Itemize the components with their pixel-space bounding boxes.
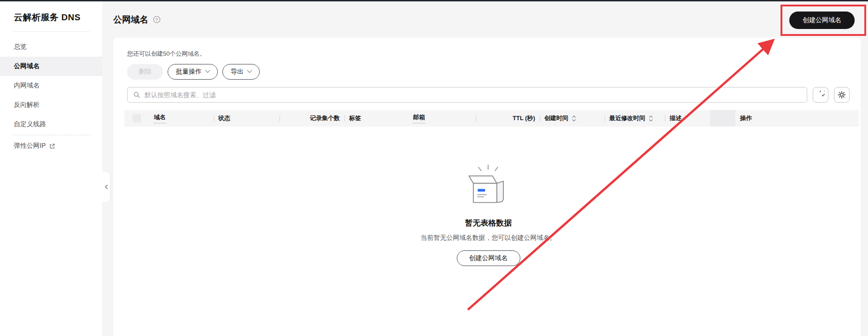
empty-box-icon [465,163,513,208]
sidebar-item-eip[interactable]: 弹性公网IP [0,136,102,156]
sidebar-item-label: 弹性公网IP [14,142,46,150]
refresh-button[interactable] [813,87,828,103]
export-dropdown[interactable]: 导出 [222,64,260,80]
sidebar-item-overview[interactable]: 总览 [0,37,102,57]
column-recordsets: 记录集个数 [280,110,344,127]
sort-arrows-icon[interactable] [648,115,653,122]
column-label: 创建时间 [544,114,568,122]
column-label: 邮箱 [413,113,425,123]
column-label: 记录集个数 [310,114,340,122]
service-title: 云解析服务 DNS [0,1,102,23]
fixed-column-divider [710,110,735,127]
sidebar-nav: 总览 公网域名 内网域名 反向解析 自定义线路 弹性公网IP [0,37,102,156]
svg-text:?: ? [156,17,158,22]
gear-icon [838,91,846,99]
column-label: TTL (秒) [513,114,535,122]
column-created-at[interactable]: 创建时间 [540,110,605,127]
table-settings-button[interactable] [834,87,850,103]
help-icon[interactable]: ? [153,16,161,23]
refresh-icon [816,91,825,99]
select-all-cell [124,110,149,127]
dashed-divider [13,135,90,135]
sidebar-collapse-handle[interactable] [102,172,110,202]
column-ttl: TTL (秒) [476,110,540,127]
sidebar-item-label: 公网域名 [14,62,40,70]
export-label: 导出 [231,68,244,76]
page-title: 公网域名 [113,14,148,26]
sidebar-item-ptr-records[interactable]: 反向解析 [0,95,102,115]
search-box[interactable] [127,87,807,103]
column-email[interactable]: 邮箱 [408,110,476,127]
column-updated-at[interactable]: 最近修改时间 [605,110,665,127]
sidebar-item-label: 总览 [14,43,27,51]
sidebar-item-public-zones[interactable]: 公网域名 [0,57,102,76]
empty-state: 暂无表格数据 当前暂无公网域名数据，您可以创建公网域名。 创建公网域名 [127,163,850,266]
magnifier-icon [133,91,140,98]
column-label: 操作 [740,114,752,122]
delete-button[interactable]: 删除 [127,64,163,80]
chevron-left-icon [104,184,109,190]
batch-operation-dropdown[interactable]: 批量操作 [168,64,218,80]
column-domain[interactable]: 域名 [149,110,214,127]
column-label: 描述 [670,114,682,122]
column-label: 域名 [154,113,166,123]
external-link-icon [49,143,55,149]
select-all-checkbox[interactable] [133,114,141,122]
sidebar-item-label: 反向解析 [14,101,40,109]
main-content: 公网域名 ? 创建公网域名 您还可以创建50个公网域名。 删除 批量操作 导出 [102,1,868,336]
empty-state-description: 当前暂无公网域名数据，您可以创建公网域名。 [421,234,556,242]
create-public-zone-button[interactable]: 创建公网域名 [789,12,855,29]
toolbar: 删除 批量操作 导出 [127,64,850,80]
sidebar: 云解析服务 DNS 总览 公网域名 内网域名 反向解析 自定义线路 弹性公网IP [0,1,102,336]
batch-operation-label: 批量操作 [176,68,202,76]
sort-arrows-icon[interactable] [571,115,577,122]
chevron-down-icon [247,68,252,73]
sidebar-item-label: 内网域名 [14,81,40,90]
chevron-down-icon [205,68,210,73]
column-status: 状态 [214,110,280,127]
page-header: 公网域名 ? 创建公网域名 [102,1,868,38]
column-label: 最近修改时间 [609,114,645,122]
empty-state-title: 暂无表格数据 [465,218,512,228]
table-header: 域名 状态 记录集个数 标签 邮箱 TTL (秒) 创建时间 [124,110,859,127]
column-label: 标签 [349,114,361,122]
sidebar-item-custom-lines[interactable]: 自定义线路 [0,115,102,134]
search-input[interactable] [145,91,801,98]
quota-text: 您还可以创建50个公网域名。 [127,38,850,58]
sidebar-item-label: 自定义线路 [14,120,46,128]
column-label: 状态 [218,114,230,122]
sidebar-item-private-zones[interactable]: 内网域名 [0,76,102,95]
search-row [127,87,850,103]
column-operation: 操作 [735,110,859,127]
content-card: 您还可以创建50个公网域名。 删除 批量操作 导出 [113,38,861,336]
column-description: 描述 [665,110,710,127]
column-tags: 标签 [344,110,408,127]
create-public-zone-empty-button[interactable]: 创建公网域名 [457,250,520,266]
divider [13,31,90,32]
